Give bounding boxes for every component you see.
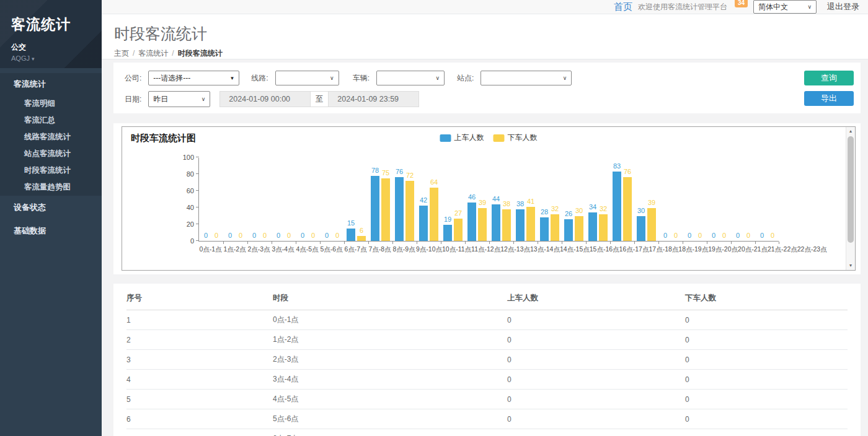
table-cell: 5 bbox=[126, 390, 273, 409]
bar-boarding[interactable] bbox=[613, 172, 621, 241]
x-axis-tick bbox=[320, 242, 321, 244]
bar-alighting[interactable] bbox=[575, 216, 583, 242]
org-code-label: AQGJ bbox=[11, 54, 30, 62]
x-axis-category-label: 15点-16点 bbox=[590, 245, 619, 254]
bar-alighting[interactable] bbox=[381, 178, 390, 241]
table-cell: 0 bbox=[507, 370, 685, 390]
x-axis-category-text: 11点-12点 bbox=[471, 245, 500, 254]
welcome-text: 欢迎使用客流统计管理平台 bbox=[638, 2, 727, 12]
legend-item[interactable]: 下车人数 bbox=[494, 133, 538, 143]
x-axis-category-label: 18点-19点 bbox=[678, 245, 708, 254]
x-axis-category-text: 15点-16点 bbox=[590, 245, 619, 254]
bar-alighting[interactable] bbox=[551, 214, 559, 241]
org-code-dropdown[interactable]: AQGJ▾ bbox=[11, 54, 102, 62]
breadcrumb-link[interactable]: 主页 bbox=[114, 49, 129, 58]
station-label: 站点: bbox=[457, 73, 474, 84]
bar-alighting[interactable] bbox=[405, 181, 414, 241]
bar-alighting[interactable] bbox=[454, 219, 463, 241]
sidebar-subitem-0-4[interactable]: 时段客流统计 bbox=[0, 162, 102, 179]
x-axis-category-text: 3点-4点 bbox=[272, 245, 294, 254]
x-axis-category-label: 11点-12点 bbox=[471, 245, 500, 254]
legend-item[interactable]: 上车人数 bbox=[440, 133, 484, 143]
x-axis-tick bbox=[247, 242, 248, 244]
sidebar-subitem-0-0[interactable]: 客流明细 bbox=[0, 95, 102, 112]
logout-link[interactable]: 退出登录 bbox=[827, 1, 859, 12]
query-button[interactable]: 查询 bbox=[804, 71, 854, 85]
bar-alighting[interactable] bbox=[478, 208, 487, 241]
bar-alighting[interactable] bbox=[526, 207, 535, 241]
scrollbar-up-arrow[interactable]: ▴ bbox=[846, 127, 855, 136]
x-axis-tick bbox=[417, 242, 417, 244]
filter-buttons: 查询 导出 bbox=[804, 71, 854, 106]
filter-row-date: 日期: 昨日 ∨ 2024-01-09 00:00 至 2024-01-09 2… bbox=[125, 91, 792, 107]
sidebar-subitem-0-5[interactable]: 客流量趋势图 bbox=[0, 179, 102, 196]
bar-boarding[interactable] bbox=[467, 203, 476, 241]
x-axis-category-text: 0点-1点 bbox=[199, 245, 221, 254]
home-link[interactable]: 首页 bbox=[614, 1, 632, 13]
date-preset-select[interactable]: 昨日 ∨ bbox=[148, 91, 210, 107]
date-to-separator: 至 bbox=[311, 91, 328, 107]
x-axis-tick bbox=[538, 242, 538, 244]
x-axis-category-label: 2点-3点 bbox=[247, 245, 271, 254]
table-row: 32点-3点00 bbox=[126, 350, 848, 370]
scrollbar-down-arrow[interactable]: ▾ bbox=[846, 261, 855, 270]
x-axis-category-label: 20点-21点 bbox=[738, 245, 768, 254]
sidebar-item-0[interactable]: 客流统计 bbox=[0, 73, 102, 95]
sidebar-item-1[interactable]: 设备状态 bbox=[0, 196, 102, 219]
date-to-input[interactable]: 2024-01-09 23:59 bbox=[328, 91, 419, 107]
x-axis-category-text: 21点-22点 bbox=[768, 245, 797, 254]
chevron-down-icon: ∨ bbox=[435, 75, 440, 81]
sidebar-subitem-0-2[interactable]: 线路客流统计 bbox=[0, 129, 102, 146]
export-button[interactable]: 导出 bbox=[804, 91, 854, 106]
x-axis-category-label: 5点-6点 bbox=[319, 245, 343, 254]
sidebar-subitem-0-3[interactable]: 站点客流统计 bbox=[0, 146, 102, 162]
bar-group: 2630 bbox=[562, 157, 586, 241]
data-table: 序号时段上车人数下车人数 10点-1点0021点-2点0032点-3点0043点… bbox=[126, 287, 848, 436]
x-axis-category-text: 12点-13点 bbox=[500, 245, 530, 254]
station-select[interactable]: ∨ bbox=[480, 71, 572, 85]
bar-alighting[interactable] bbox=[599, 214, 608, 241]
language-select[interactable]: 简体中文 ∨ bbox=[753, 0, 817, 14]
chart-scrollbar[interactable]: ▴ ▾ bbox=[846, 127, 855, 270]
bar-value-label: 15 bbox=[342, 219, 360, 227]
app-root: 客流统计 公交 AQGJ▾ 客流统计客流明细客流汇总线路客流统计站点客流统计时段… bbox=[0, 0, 868, 436]
bar-alighting[interactable] bbox=[430, 188, 438, 241]
chart-title: 时段车流统计图 bbox=[131, 133, 196, 143]
notification-badge[interactable]: 34 bbox=[735, 0, 748, 7]
x-axis-category-text: 16点-17点 bbox=[619, 245, 649, 254]
bar-alighting[interactable] bbox=[502, 209, 511, 241]
bar-boarding[interactable] bbox=[540, 217, 549, 241]
x-axis-category-text: 8点-9点 bbox=[392, 245, 415, 254]
x-axis-category-label: 10点-11点 bbox=[442, 245, 471, 254]
x-axis-category-label: 17点-18点 bbox=[649, 245, 678, 254]
chevron-down-icon: ∨ bbox=[563, 75, 567, 81]
bar-boarding[interactable] bbox=[395, 177, 404, 241]
bar-alighting[interactable] bbox=[647, 208, 656, 241]
bar-boarding[interactable] bbox=[588, 212, 597, 241]
bar-boarding[interactable] bbox=[516, 209, 525, 241]
bar-boarding[interactable] bbox=[564, 219, 573, 241]
sidebar-subitem-0-1[interactable]: 客流汇总 bbox=[0, 112, 102, 129]
bar-alighting[interactable] bbox=[623, 177, 632, 241]
x-axis-tick bbox=[683, 242, 683, 244]
company-select[interactable]: ---请选择--- ▼ bbox=[148, 71, 239, 85]
breadcrumb-link[interactable]: 客流统计 bbox=[138, 49, 168, 58]
line-select[interactable]: ∨ bbox=[275, 71, 339, 85]
bar-group: 3039 bbox=[634, 157, 658, 241]
sidebar-menu: 客流统计客流明细客流汇总线路客流统计站点客流统计时段客流统计客流量趋势图设备状态… bbox=[0, 68, 102, 243]
x-axis-tick bbox=[610, 242, 611, 244]
scrollbar-thumb[interactable] bbox=[848, 136, 854, 243]
bar-boarding[interactable] bbox=[637, 216, 645, 242]
bar-boarding[interactable] bbox=[419, 206, 428, 241]
sidebar-item-2[interactable]: 基础数据 bbox=[0, 219, 102, 243]
vehicle-select[interactable]: ∨ bbox=[376, 71, 445, 85]
bar-boarding[interactable] bbox=[492, 204, 500, 241]
x-axis-tick bbox=[562, 242, 562, 244]
bar-alighting[interactable] bbox=[357, 236, 366, 241]
table-row: 54点-5点00 bbox=[126, 390, 848, 409]
bar-boarding[interactable] bbox=[371, 176, 379, 241]
bar-boarding[interactable] bbox=[443, 225, 452, 241]
bar-group: 00 bbox=[296, 157, 320, 241]
date-from-input[interactable]: 2024-01-09 00:00 bbox=[219, 91, 311, 107]
x-axis-tick bbox=[465, 242, 466, 244]
